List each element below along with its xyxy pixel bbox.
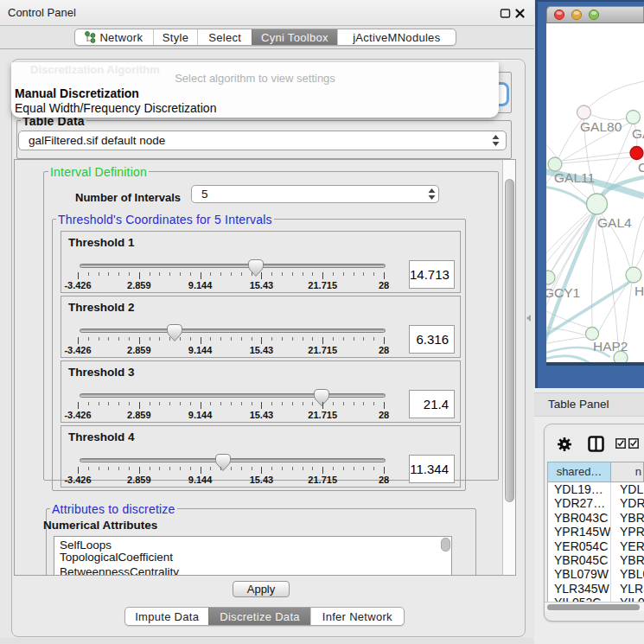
svg-text:GA: GA: [632, 126, 644, 141]
svg-text:GAL11: GAL11: [554, 170, 595, 185]
svg-text:GAL80: GAL80: [580, 119, 622, 134]
svg-text:C: C: [638, 160, 644, 175]
svg-text:GCY1: GCY1: [546, 285, 580, 300]
svg-text:H: H: [634, 284, 644, 298]
svg-text:GAL4: GAL4: [597, 215, 632, 230]
svg-text:HAP2: HAP2: [593, 339, 628, 354]
